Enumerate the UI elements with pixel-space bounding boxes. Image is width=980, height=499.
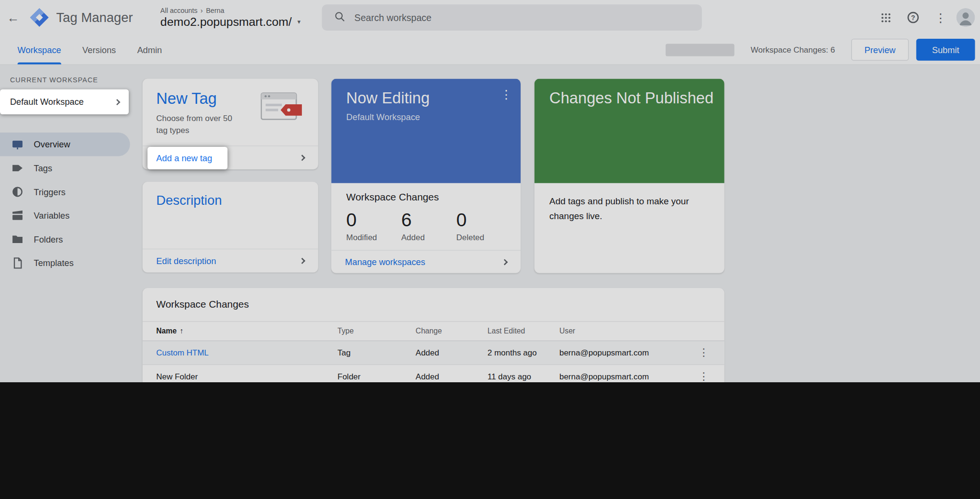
- top-bar: ← Tag Manager All accounts›Berna demo2.p…: [0, 0, 980, 35]
- new-tag-card: New Tag Choose from over 50 tag types: [143, 79, 318, 169]
- workspace-changes-summary: Workspace Changes 0 Modified 6 Added 0 D…: [331, 183, 521, 273]
- cell-type: Folder: [337, 372, 415, 381]
- top-bar-actions: ? ⋮: [874, 0, 975, 35]
- description-title: Description: [143, 182, 318, 208]
- cell-user: berna@popupsmart.com: [559, 348, 694, 358]
- edit-description-button[interactable]: Edit description: [143, 249, 318, 273]
- help-button[interactable]: ?: [901, 6, 925, 30]
- row-name-link[interactable]: Custom HTML: [156, 348, 209, 358]
- changes-not-published-header: Changes Not Published: [535, 79, 724, 183]
- changes-not-published-body: Add tags and publish to make your change…: [535, 183, 722, 224]
- row-name-text: New Folder: [156, 372, 198, 381]
- back-button[interactable]: ←: [1, 5, 25, 30]
- cell-last-edited: 11 days ago: [488, 372, 559, 381]
- workspace-selector[interactable]: Default Workspace: [0, 89, 129, 114]
- account-context: All accounts›Berna demo2.popupsmart.com/…: [160, 7, 301, 29]
- main-content: New Tag Choose from over 50 tag types: [0, 65, 980, 382]
- add-new-tag-button[interactable]: Add a new tag: [147, 147, 227, 169]
- stat-modified: 0 Modified: [346, 210, 401, 242]
- stat-value: 6: [401, 210, 457, 231]
- tab-workspace[interactable]: Workspace: [18, 35, 61, 64]
- more-vert-icon: ⋮: [699, 347, 709, 359]
- table-body: Custom HTML Tag Added 2 months ago berna…: [143, 341, 724, 382]
- manage-workspaces-button[interactable]: Manage workspaces: [331, 250, 521, 273]
- avatar[interactable]: [956, 8, 975, 27]
- breadcrumb-account[interactable]: Berna: [206, 7, 224, 14]
- breadcrumb[interactable]: All accounts›Berna: [160, 7, 301, 14]
- tag-manager-app: ← Tag Manager All accounts›Berna demo2.p…: [0, 0, 980, 382]
- stat-value: 0: [346, 210, 401, 231]
- new-tag-action-row: Add a new tag: [143, 145, 318, 169]
- sort-ascending-icon: ↑: [180, 327, 184, 335]
- new-tag-subtitle: Choose from over 50 tag types: [156, 113, 239, 136]
- breadcrumb-root[interactable]: All accounts: [160, 7, 197, 14]
- cell-change: Added: [416, 372, 488, 381]
- apps-grid-button[interactable]: [874, 6, 898, 30]
- edit-description-label: Edit description: [156, 256, 216, 266]
- column-header-name[interactable]: Name ↑: [156, 327, 338, 335]
- more-vert-icon: ⋮: [935, 11, 947, 23]
- more-options-button[interactable]: ⋮: [929, 6, 953, 30]
- manage-workspaces-label: Manage workspaces: [345, 257, 425, 267]
- stat-label: Deleted: [456, 233, 511, 242]
- now-editing-workspace: Default Workspace: [346, 112, 521, 122]
- add-new-tag-label: Add a new tag: [156, 153, 212, 163]
- breadcrumb-separator-icon: ›: [200, 7, 203, 14]
- container-selector[interactable]: demo2.popupsmart.com/ ▾: [160, 15, 301, 29]
- apps-grid-icon: [880, 11, 891, 23]
- chevron-right-icon: [299, 258, 305, 264]
- column-header-last-edited: Last Edited: [488, 327, 559, 335]
- stat-label: Modified: [346, 233, 401, 242]
- new-tag-illustration: [261, 89, 307, 137]
- workspace-selector-name: Default Workspace: [10, 97, 84, 107]
- stat-value: 0: [456, 210, 511, 231]
- back-arrow-icon: ←: [7, 11, 19, 24]
- changes-not-published-card: Changes Not Published Add tags and publi…: [535, 79, 724, 273]
- stat-label: Added: [401, 233, 457, 242]
- table-header-row: Name ↑ Type Change Last Edited User: [143, 321, 724, 341]
- app-title: Tag Manager: [56, 10, 133, 25]
- workspace-tab-bar: Workspace Versions Admin Workspace Chang…: [0, 35, 980, 65]
- chevron-right-icon: [501, 259, 508, 265]
- now-editing-card: Now Editing Default Workspace ⋮ Workspac…: [331, 79, 521, 273]
- cell-user: berna@popupsmart.com: [559, 372, 694, 381]
- person-icon: [956, 8, 975, 27]
- column-header-user: User: [559, 327, 694, 335]
- tag-manager-logo: [29, 7, 50, 28]
- workspace-changes-table-card: Workspace Changes Name ↑ Type Change Las…: [143, 288, 724, 382]
- now-editing-menu-button[interactable]: ⋮: [498, 86, 514, 102]
- column-header-type: Type: [337, 327, 415, 335]
- tab-admin[interactable]: Admin: [137, 35, 162, 64]
- dropdown-caret-icon: ▾: [297, 18, 301, 25]
- workspace-changes-count: Workspace Changes: 6: [751, 45, 835, 55]
- cell-last-edited: 2 months ago: [488, 348, 559, 358]
- now-editing-header: Now Editing Default Workspace ⋮: [331, 79, 521, 183]
- table-row: Custom HTML Tag Added 2 months ago berna…: [143, 341, 724, 365]
- main-tabs: Workspace Versions Admin: [18, 35, 162, 64]
- cell-type: Tag: [337, 348, 415, 358]
- help-icon: ?: [907, 12, 919, 23]
- search-input[interactable]: [355, 12, 702, 22]
- row-menu-button[interactable]: ⋮: [694, 344, 713, 362]
- new-tag-title: New Tag: [156, 89, 239, 108]
- table-title: Workspace Changes: [143, 288, 724, 310]
- container-name: demo2.popupsmart.com/: [160, 15, 292, 29]
- search-bar[interactable]: [322, 4, 702, 31]
- tab-bar-actions: Workspace Changes: 6 Preview Submit: [666, 39, 975, 61]
- workspace-changes-stats: 0 Modified 6 Added 0 Deleted: [346, 210, 521, 242]
- more-vert-icon: ⋮: [699, 371, 709, 382]
- row-menu-button[interactable]: ⋮: [694, 367, 713, 382]
- workspace-changes-title: Workspace Changes: [346, 192, 521, 203]
- chevron-right-icon: [114, 99, 120, 105]
- tag-manager-logo-icon: [29, 7, 50, 28]
- submit-button[interactable]: Submit: [916, 39, 975, 61]
- now-editing-title: Now Editing: [346, 89, 521, 107]
- changes-not-published-title: Changes Not Published: [549, 89, 724, 107]
- description-card: Description Edit description: [143, 182, 318, 272]
- stat-added: 6 Added: [401, 210, 457, 242]
- more-vert-icon: ⋮: [501, 88, 512, 101]
- tab-versions[interactable]: Versions: [82, 35, 116, 64]
- search-icon: [334, 11, 345, 25]
- preview-button[interactable]: Preview: [851, 39, 909, 61]
- chevron-right-icon: [299, 155, 305, 161]
